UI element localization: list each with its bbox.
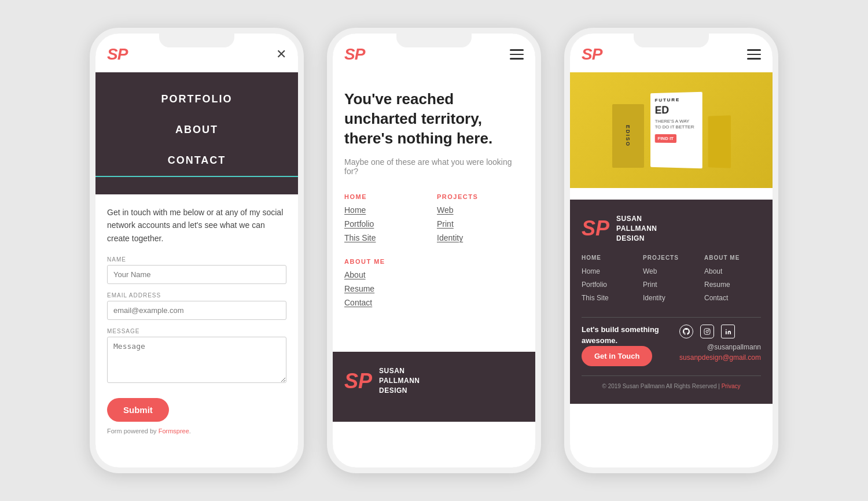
logo-3: SP — [582, 45, 602, 64]
phone-1-content: SP ✕ PORTFOLIO ABOUT CONTACT Get in touc… — [95, 34, 298, 467]
svg-rect-0 — [704, 329, 710, 334]
home-link[interactable]: Home — [344, 205, 366, 215]
list-item: About — [344, 270, 524, 280]
hamburger-line-2 — [510, 54, 524, 56]
name-input[interactable] — [107, 265, 286, 284]
phone-2-content: SP You've reached uncharted territory, t… — [333, 34, 535, 467]
linkedin-icon[interactable] — [721, 325, 735, 338]
contact-link[interactable]: Contact — [344, 298, 372, 307]
message-label: MESSAGE — [107, 328, 286, 334]
nav-item-about[interactable]: ABOUT — [95, 115, 298, 145]
home-section-title: HOME — [344, 193, 431, 200]
instagram-icon[interactable] — [700, 325, 714, 338]
footer-email[interactable]: susanpdesign@gmail.com — [679, 353, 761, 362]
submit-button[interactable]: Submit — [107, 398, 169, 422]
hamburger-line-2 — [747, 54, 761, 56]
nav-item-contact[interactable]: CONTACT — [95, 145, 298, 177]
footer-home-link[interactable]: Home — [582, 267, 600, 275]
email-field: EMAIL ADDRESS — [107, 292, 286, 320]
close-icon[interactable]: ✕ — [276, 47, 286, 62]
form-powered: Form powered by Formspree. — [107, 428, 286, 434]
footer-divider — [582, 317, 761, 318]
email-input[interactable] — [107, 301, 286, 320]
list-item: Home — [344, 205, 431, 215]
this-site-link[interactable]: This Site — [344, 233, 376, 242]
name-label: NAME — [107, 256, 286, 263]
logo-2: SP — [344, 45, 365, 64]
nav-links-grid: HOME Home Portfolio This Site PROJECTS W… — [344, 193, 524, 246]
github-icon[interactable] — [679, 325, 693, 338]
list-item: This Site — [344, 233, 431, 243]
footer-logo-2: SP — [344, 369, 372, 393]
hamburger-line-3 — [510, 58, 524, 60]
message-textarea[interactable] — [107, 337, 286, 383]
resume-link[interactable]: Resume — [344, 284, 374, 293]
footer-this-site-link[interactable]: This Site — [582, 294, 609, 302]
footer-home-title: HOME — [582, 255, 638, 261]
social-icons-row — [679, 325, 761, 338]
footer-print-link[interactable]: Print — [643, 281, 657, 289]
svg-point-3 — [725, 329, 726, 330]
footer-brand-3: SP SUSANPALLMANNDESIGN — [582, 214, 761, 243]
formspree-link[interactable]: Formspree — [159, 428, 189, 434]
portfolio-image: EDISO FUTURE ED THERE'S A WAYTO DO IT BE… — [570, 72, 773, 188]
phone-notch-3 — [634, 34, 709, 47]
footer-identity-link[interactable]: Identity — [643, 294, 665, 302]
home-links-list: Home Portfolio This Site — [344, 205, 431, 243]
footer-brand-2: SP SUSANPALLMANNDESIGN — [344, 366, 524, 395]
footer-brand-name-2: SUSANPALLMANNDESIGN — [379, 366, 420, 395]
hamburger-icon-3[interactable] — [747, 49, 761, 60]
message-field: MESSAGE — [107, 328, 286, 385]
footer-cta-text: Let's build something awesome. — [582, 325, 679, 345]
phone-3-content: SP EDISO FUTURE — [570, 34, 773, 467]
not-found-body: You've reached uncharted territory, ther… — [333, 72, 535, 329]
footer-projects-list: Web Print Identity — [643, 266, 700, 303]
footer-left: Let's build something awesome. Get in To… — [582, 325, 679, 366]
about-links-list: About Resume Contact — [344, 270, 524, 308]
phones-container: SP ✕ PORTFOLIO ABOUT CONTACT Get in touc… — [90, 28, 778, 473]
footer-web-link[interactable]: Web — [643, 267, 657, 275]
contact-body: Get in touch with me below or at any of … — [95, 194, 298, 446]
identity-link[interactable]: Identity — [437, 233, 463, 242]
footer-username: @susanpallmann — [679, 343, 761, 351]
list-item: About — [704, 266, 761, 276]
web-link[interactable]: Web — [437, 205, 454, 215]
footer-resume-link[interactable]: Resume — [704, 281, 730, 289]
footer-contact-link[interactable]: Contact — [704, 294, 728, 302]
footer-projects-col: PROJECTS Web Print Identity — [643, 255, 700, 305]
footer-portfolio-link[interactable]: Portfolio — [582, 281, 607, 289]
not-found-subtitle: Maybe one of these are what you were loo… — [344, 157, 524, 176]
projects-links-list: Web Print Identity — [437, 205, 524, 243]
phone-1: SP ✕ PORTFOLIO ABOUT CONTACT Get in touc… — [90, 28, 304, 473]
footer-cta-row: Let's build something awesome. Get in To… — [582, 325, 761, 369]
footer-about-col: ABOUT ME About Resume Contact — [704, 255, 761, 305]
logo-1: SP — [107, 45, 127, 64]
list-item: Contact — [704, 292, 761, 303]
get-in-touch-button[interactable]: Get in Touch — [582, 346, 652, 366]
footer-nav-grid: HOME Home Portfolio This Site PROJECTS W… — [582, 255, 761, 305]
footer-projects-title: PROJECTS — [643, 255, 700, 261]
projects-col: PROJECTS Web Print Identity — [437, 193, 524, 246]
phone-2: SP You've reached uncharted territory, t… — [327, 28, 541, 473]
list-item: Portfolio — [582, 279, 638, 289]
privacy-link[interactable]: Privacy — [722, 383, 741, 389]
footer-about-link[interactable]: About — [704, 267, 722, 275]
hamburger-line-3 — [747, 58, 761, 60]
about-col: ABOUT ME About Resume Contact — [344, 258, 524, 308]
nav-item-portfolio[interactable]: PORTFOLIO — [95, 84, 298, 115]
home-col: HOME Home Portfolio This Site — [344, 193, 431, 246]
nav-menu: PORTFOLIO ABOUT CONTACT — [95, 72, 298, 194]
print-link[interactable]: Print — [437, 219, 454, 229]
list-item: Home — [582, 266, 638, 276]
about-link[interactable]: About — [344, 270, 366, 279]
list-item: Resume — [704, 279, 761, 289]
list-item: Print — [437, 219, 524, 229]
list-item: Portfolio — [344, 219, 431, 229]
portfolio-link[interactable]: Portfolio — [344, 219, 374, 229]
hamburger-icon-2[interactable] — [510, 49, 524, 60]
footer-copyright: © 2019 Susan Pallmann All Rights Reserve… — [582, 375, 761, 389]
phone-2-footer: SP SUSANPALLMANNDESIGN — [333, 352, 535, 421]
footer-logo-3: SP — [582, 216, 609, 241]
phone-notch-1 — [159, 34, 234, 47]
footer-home-list: Home Portfolio This Site — [582, 266, 638, 303]
